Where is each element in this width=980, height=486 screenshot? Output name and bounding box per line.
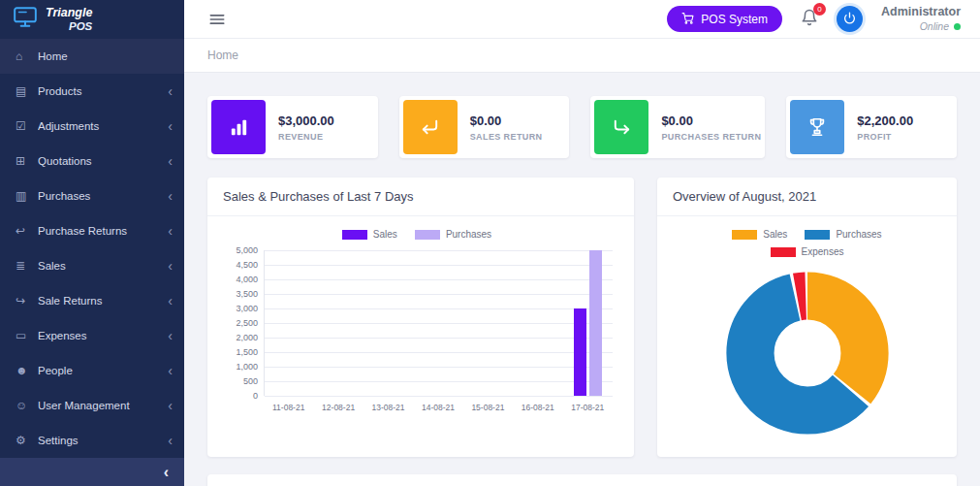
x-tick-label: 13-08-21 xyxy=(364,403,413,412)
donut-chart-plot xyxy=(719,265,896,441)
legend-item-purchases[interactable]: Purchases xyxy=(415,229,491,240)
y-tick-label: 2,500 xyxy=(236,318,258,328)
user-avatar[interactable] xyxy=(837,6,863,32)
breadcrumb-bar: Home xyxy=(184,39,980,73)
user-management-icon: ☺ xyxy=(16,399,38,412)
sidebar-collapse-button[interactable]: ‹ xyxy=(0,458,184,486)
online-status-dot xyxy=(954,23,961,30)
bar-group-17-08-21 xyxy=(563,250,613,396)
bar-group-15-08-21 xyxy=(463,250,513,396)
chevron-left-icon: ‹ xyxy=(168,119,173,133)
stats-row: $3,000.00REVENUE$0.00SALES RETURN$0.00PU… xyxy=(207,96,957,158)
legend-item-sales[interactable]: Sales xyxy=(732,229,787,240)
sidebar-item-purchase-returns[interactable]: ↩Purchase Returns‹ xyxy=(0,213,184,248)
sidebar-item-label: Products xyxy=(38,85,168,97)
chevron-left-icon: ‹ xyxy=(168,434,173,447)
y-tick-label: 2,000 xyxy=(236,333,258,342)
legend-swatch xyxy=(732,230,757,240)
chart-title: Sales & Purchases of Last 7 Days xyxy=(207,178,634,216)
trophy-icon xyxy=(790,100,844,154)
hamburger-menu-button[interactable] xyxy=(207,10,227,29)
topbar-right: POS System 0 xyxy=(667,5,961,33)
bar-group-14-08-21 xyxy=(414,250,463,396)
logo-title: Triangle xyxy=(46,7,92,19)
x-tick-label: 17-08-21 xyxy=(563,403,613,412)
sidebar-item-home[interactable]: ⌂Home xyxy=(0,39,184,74)
stat-text: $0.00SALES RETURN xyxy=(470,113,543,142)
legend-label: Expenses xyxy=(802,246,844,257)
legend-label: Purchases xyxy=(446,229,491,240)
sidebar-item-adjustments[interactable]: ☑Adjustments‹ xyxy=(0,109,184,144)
legend-item-expenses[interactable]: Expenses xyxy=(771,246,844,257)
donut-chart: SalesPurchasesExpenses xyxy=(657,216,957,457)
bar-group-11-08-21 xyxy=(265,250,314,396)
bar-group-13-08-21 xyxy=(364,250,414,396)
home-icon: ⌂ xyxy=(16,49,38,63)
people-icon: ☻ xyxy=(16,364,38,377)
legend-swatch xyxy=(342,230,367,240)
user-status: Online xyxy=(881,20,961,33)
products-icon: ▤ xyxy=(16,84,38,98)
stat-card-purchases-return: $0.00PURCHASES RETURN xyxy=(590,96,765,158)
quotations-icon: ⊞ xyxy=(16,154,38,168)
sidebar-item-label: Settings xyxy=(38,435,168,446)
y-tick-label: 1,000 xyxy=(236,362,258,372)
bar-chart-legend: SalesPurchases xyxy=(217,229,616,240)
sidebar-item-label: Quotations xyxy=(38,155,168,167)
user-meta: Administrator Online xyxy=(881,5,961,33)
pos-terminal-logo-icon xyxy=(13,6,38,33)
bar-chart-x-axis: 11-08-2112-08-2113-08-2114-08-2115-08-21… xyxy=(264,403,613,412)
chevron-left-icon: ‹ xyxy=(168,364,173,377)
sidebar-item-sales[interactable]: ≣Sales‹ xyxy=(0,248,184,283)
sidebar-item-settings[interactable]: ⚙Settings‹ xyxy=(0,423,184,458)
stat-value: $2,200.00 xyxy=(857,113,913,128)
chevron-left-icon: ‹ xyxy=(168,154,173,168)
legend-label: Sales xyxy=(763,229,787,240)
purchases-icon: ▥ xyxy=(16,189,38,203)
overview-donut-card: Overview of August, 2021 SalesPurchasesE… xyxy=(657,178,957,457)
x-tick-label: 15-08-21 xyxy=(463,403,513,412)
legend-swatch xyxy=(415,230,440,240)
sidebar-item-sale-returns[interactable]: ↪Sale Returns‹ xyxy=(0,283,184,318)
legend-item-purchases[interactable]: Purchases xyxy=(805,229,881,240)
bar-chart: SalesPurchases 05001,0001,5002,0002,5003… xyxy=(207,216,634,457)
legend-label: Sales xyxy=(373,229,397,240)
sidebar-item-products[interactable]: ▤Products‹ xyxy=(0,74,184,109)
sidebar-item-expenses[interactable]: ▭Expenses‹ xyxy=(0,318,184,353)
chevron-left-icon: ‹ xyxy=(168,329,173,342)
logo[interactable]: Triangle POS xyxy=(0,0,184,39)
breadcrumb[interactable]: Home xyxy=(207,49,238,62)
y-tick-label: 3,000 xyxy=(236,304,258,313)
stat-label: PROFIT xyxy=(857,132,913,142)
chevron-left-icon: ‹ xyxy=(168,189,173,203)
x-tick-label: 14-08-21 xyxy=(413,403,462,412)
stat-label: REVENUE xyxy=(278,132,334,142)
notifications-button[interactable]: 0 xyxy=(801,9,818,30)
stat-card-sales-return: $0.00SALES RETURN xyxy=(399,96,570,158)
sidebar-item-purchases[interactable]: ▥Purchases‹ xyxy=(0,178,184,213)
sales-icon: ≣ xyxy=(16,259,38,273)
legend-swatch xyxy=(771,247,796,257)
legend-item-sales[interactable]: Sales xyxy=(342,229,397,240)
stat-text: $2,200.00PROFIT xyxy=(857,113,913,142)
adjustments-icon: ☑ xyxy=(16,119,38,133)
donut-chart-legend: SalesPurchasesExpenses xyxy=(706,229,909,257)
legend-swatch xyxy=(805,230,830,240)
chart-title: Overview of August, 2021 xyxy=(657,178,957,216)
sidebar-item-user-management[interactable]: ☺User Management‹ xyxy=(0,388,184,423)
chevron-left-icon: ‹ xyxy=(168,224,173,238)
pos-system-button[interactable]: POS System xyxy=(667,6,782,32)
stat-label: PURCHASES RETURN xyxy=(661,132,761,142)
sidebar-item-people[interactable]: ☻People‹ xyxy=(0,353,184,388)
stat-text: $3,000.00REVENUE xyxy=(278,113,334,142)
charts-row: Sales & Purchases of Last 7 Days SalesPu… xyxy=(207,178,957,457)
y-tick-label: 3,500 xyxy=(236,289,258,299)
logo-subtitle: POS xyxy=(69,21,92,33)
bar-group-16-08-21 xyxy=(513,250,562,396)
x-tick-label: 11-08-21 xyxy=(264,403,313,412)
sale-returns-icon: ↪ xyxy=(16,294,38,308)
sidebar-item-label: Sale Returns xyxy=(38,295,168,307)
y-tick-label: 4,000 xyxy=(236,275,258,284)
sidebar-item-quotations[interactable]: ⊞Quotations‹ xyxy=(0,144,184,178)
sidebar: Triangle POS ⌂Home▤Products‹☑Adjustments… xyxy=(0,0,184,486)
